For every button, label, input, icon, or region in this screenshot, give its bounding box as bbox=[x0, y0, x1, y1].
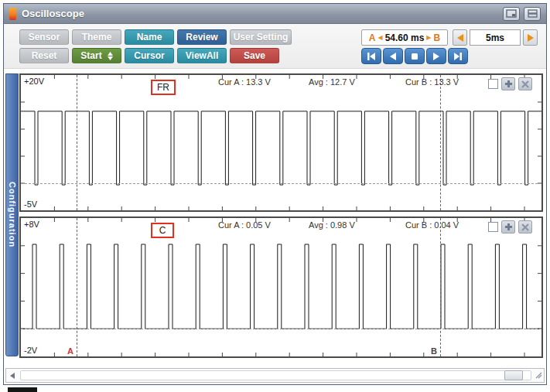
avg-stat: Avg : 12.7 V bbox=[309, 77, 355, 87]
start-button[interactable]: Start bbox=[72, 48, 121, 63]
start-button-label: Start bbox=[80, 50, 101, 61]
save-button[interactable]: Save bbox=[230, 48, 279, 63]
configuration-tab-label: Configuration bbox=[8, 182, 17, 247]
cursor-b-line[interactable] bbox=[440, 75, 441, 210]
configuration-tab[interactable]: Configuration bbox=[5, 73, 19, 356]
waveform-plot-fr bbox=[21, 75, 541, 210]
scale-min-label: -5V bbox=[24, 199, 37, 209]
scope-display-area: Configuration +20V FR Cur A : 13.3 V Avg… bbox=[4, 69, 546, 368]
review-button[interactable]: Review bbox=[177, 29, 227, 45]
skip-first-button[interactable] bbox=[361, 48, 381, 64]
cursor-time-readout: A ◀ 54.60 ms ▶ B bbox=[361, 29, 448, 46]
zero-volt-gridline bbox=[21, 183, 541, 184]
timebase-value[interactable]: 5ms bbox=[470, 29, 521, 46]
cropped-taskbar-fragment bbox=[8, 387, 37, 392]
cursor-a-label: A bbox=[67, 346, 73, 356]
cursor-b-stat: Cur B : 13.3 V bbox=[405, 77, 459, 87]
stacked-bars-icon bbox=[528, 9, 538, 18]
cursor-b-label: B bbox=[431, 346, 437, 356]
start-spinner-icon bbox=[108, 52, 113, 60]
user-setting-button[interactable]: User Setting bbox=[230, 29, 292, 45]
cursor-a-line[interactable] bbox=[77, 218, 77, 356]
add-channel-button[interactable] bbox=[501, 220, 515, 233]
skip-first-icon bbox=[366, 52, 377, 61]
sensor-button[interactable]: Sensor bbox=[19, 29, 69, 45]
cursor-b-tag: B bbox=[434, 32, 441, 43]
step-back-button[interactable] bbox=[383, 48, 403, 64]
waveform-plot-c bbox=[21, 218, 541, 356]
channel-name-badge[interactable]: C bbox=[151, 223, 174, 238]
add-channel-button[interactable] bbox=[501, 77, 515, 90]
playback-controls bbox=[361, 48, 468, 64]
panel-layout-icon bbox=[506, 9, 517, 18]
skip-last-button[interactable] bbox=[448, 48, 468, 64]
skip-last-icon bbox=[453, 52, 463, 61]
theme-button[interactable]: Theme bbox=[72, 29, 121, 45]
reset-button[interactable]: Reset bbox=[19, 48, 69, 63]
right-triangle-icon: ▶ bbox=[426, 34, 431, 41]
scroll-left-button[interactable] bbox=[6, 369, 19, 382]
close-icon bbox=[521, 223, 529, 231]
close-channel-button[interactable] bbox=[518, 77, 532, 90]
window-panel-button[interactable] bbox=[503, 7, 520, 21]
cursor-a-stat: Cur A : 0.05 V bbox=[218, 220, 271, 230]
toolbar: Sensor Theme Name Review User Setting Re… bbox=[4, 24, 546, 69]
cursor-delta-time: 54.60 ms bbox=[385, 32, 425, 43]
cursor-a-tag: A bbox=[369, 32, 376, 43]
back-icon bbox=[388, 52, 398, 61]
avg-stat: Avg : 0.98 V bbox=[309, 220, 355, 230]
viewall-button[interactable]: ViewAll bbox=[177, 48, 227, 63]
horizontal-scrollbar[interactable] bbox=[5, 368, 545, 383]
scale-min-label: -2V bbox=[24, 346, 37, 355]
play-button[interactable] bbox=[426, 48, 446, 64]
timebase-increase-button[interactable] bbox=[523, 29, 538, 46]
plus-icon bbox=[504, 80, 513, 88]
left-arrow-icon bbox=[10, 373, 15, 379]
right-arrow-icon bbox=[528, 34, 534, 42]
resize-grip-icon bbox=[535, 372, 542, 379]
channel-checkbox[interactable] bbox=[488, 79, 498, 89]
cursor-b-stat: Cur B : 0.04 V bbox=[405, 220, 459, 230]
scale-max-label: +8V bbox=[24, 220, 39, 229]
app-icon bbox=[9, 8, 16, 20]
cursor-a-line[interactable] bbox=[77, 75, 77, 210]
scrollbar-thumb[interactable] bbox=[504, 370, 523, 380]
left-arrow-icon bbox=[457, 34, 463, 42]
zero-volt-gridline bbox=[21, 329, 541, 329]
window-title: Oscilloscope bbox=[22, 8, 84, 19]
cursor-b-line[interactable] bbox=[440, 218, 441, 356]
left-triangle-icon: ◀ bbox=[377, 34, 382, 41]
stop-button[interactable] bbox=[405, 48, 425, 64]
timebase-decrease-button[interactable] bbox=[453, 29, 467, 46]
oscilloscope-window: Oscilloscope Sensor Theme Name Review Us… bbox=[3, 3, 547, 385]
close-channel-button[interactable] bbox=[518, 220, 532, 233]
plus-icon bbox=[504, 223, 513, 231]
title-bar: Oscilloscope bbox=[4, 4, 546, 24]
cursor-a-stat: Cur A : 13.3 V bbox=[218, 77, 271, 87]
scale-max-label: +20V bbox=[24, 77, 44, 86]
cursor-button[interactable]: Cursor bbox=[125, 48, 174, 63]
channel-checkbox[interactable] bbox=[488, 222, 498, 232]
stop-icon bbox=[409, 52, 420, 61]
window-list-button[interactable] bbox=[524, 7, 541, 21]
scroll-resize-handle[interactable] bbox=[533, 369, 544, 382]
scrollbar-track[interactable] bbox=[20, 370, 531, 380]
close-icon bbox=[521, 80, 529, 88]
channel-panel-fr: +20V FR Cur A : 13.3 V Avg : 12.7 V Cur … bbox=[19, 73, 543, 212]
channel-name-badge[interactable]: FR bbox=[151, 80, 176, 95]
name-button[interactable]: Name bbox=[125, 29, 174, 45]
channel-panel-c: +8V C Cur A : 0.05 V Avg : 0.98 V Cur B … bbox=[19, 216, 543, 358]
play-icon bbox=[431, 52, 442, 61]
